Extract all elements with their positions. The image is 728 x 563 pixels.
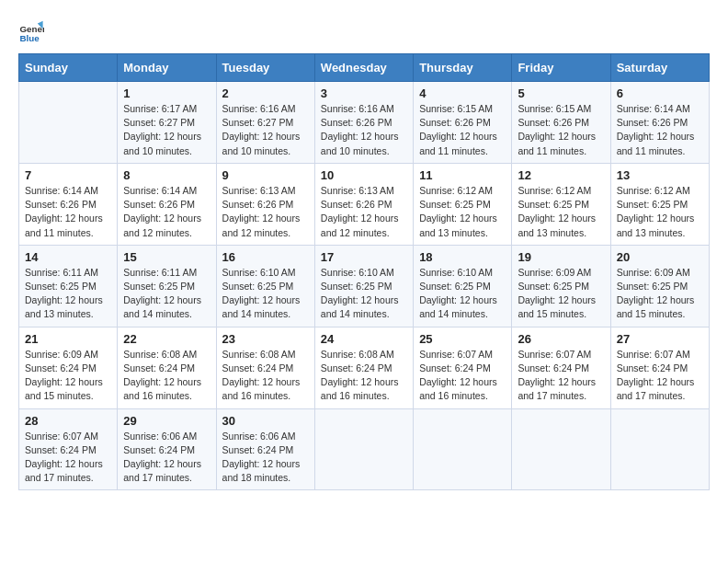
day-info: Sunrise: 6:09 AMSunset: 6:25 PMDaylight:… bbox=[617, 266, 703, 322]
cell-w1-d1 bbox=[19, 82, 118, 164]
week-row-3: 14Sunrise: 6:11 AMSunset: 6:25 PMDayligh… bbox=[19, 245, 710, 327]
cell-w5-d6 bbox=[512, 408, 610, 490]
day-number: 24 bbox=[321, 332, 407, 346]
header-tuesday: Tuesday bbox=[216, 54, 314, 82]
day-info: Sunrise: 6:14 AMSunset: 6:26 PMDaylight:… bbox=[25, 184, 111, 240]
cell-w4-d4: 24Sunrise: 6:08 AMSunset: 6:24 PMDayligh… bbox=[314, 327, 413, 408]
cell-w5-d3: 30Sunrise: 6:06 AMSunset: 6:24 PMDayligh… bbox=[216, 408, 314, 490]
cell-w4-d2: 22Sunrise: 6:08 AMSunset: 6:24 PMDayligh… bbox=[118, 327, 216, 408]
day-info: Sunrise: 6:15 AMSunset: 6:26 PMDaylight:… bbox=[419, 102, 506, 158]
header-wednesday: Wednesday bbox=[314, 54, 413, 82]
week-row-2: 7Sunrise: 6:14 AMSunset: 6:26 PMDaylight… bbox=[19, 163, 710, 245]
day-info: Sunrise: 6:14 AMSunset: 6:26 PMDaylight:… bbox=[617, 102, 703, 158]
cell-w4-d3: 23Sunrise: 6:08 AMSunset: 6:24 PMDayligh… bbox=[216, 327, 314, 408]
day-info: Sunrise: 6:11 AMSunset: 6:25 PMDaylight:… bbox=[25, 266, 111, 322]
day-number: 28 bbox=[25, 414, 111, 428]
cell-w1-d3: 2Sunrise: 6:16 AMSunset: 6:27 PMDaylight… bbox=[216, 82, 314, 164]
cell-w5-d2: 29Sunrise: 6:06 AMSunset: 6:24 PMDayligh… bbox=[118, 408, 216, 490]
day-number: 1 bbox=[123, 86, 210, 100]
day-info: Sunrise: 6:07 AMSunset: 6:24 PMDaylight:… bbox=[518, 348, 604, 404]
cell-w3-d6: 19Sunrise: 6:09 AMSunset: 6:25 PMDayligh… bbox=[512, 245, 610, 327]
header-monday: Monday bbox=[118, 54, 216, 82]
cell-w3-d2: 15Sunrise: 6:11 AMSunset: 6:25 PMDayligh… bbox=[118, 245, 216, 327]
svg-text:Blue: Blue bbox=[19, 33, 40, 43]
day-info: Sunrise: 6:10 AMSunset: 6:25 PMDaylight:… bbox=[419, 266, 506, 322]
day-info: Sunrise: 6:10 AMSunset: 6:25 PMDaylight:… bbox=[222, 266, 309, 322]
day-number: 23 bbox=[222, 332, 309, 346]
day-info: Sunrise: 6:07 AMSunset: 6:24 PMDaylight:… bbox=[25, 430, 111, 486]
day-info: Sunrise: 6:09 AMSunset: 6:25 PMDaylight:… bbox=[518, 266, 604, 322]
day-info: Sunrise: 6:14 AMSunset: 6:26 PMDaylight:… bbox=[123, 184, 210, 240]
day-number: 15 bbox=[123, 250, 210, 264]
week-row-5: 28Sunrise: 6:07 AMSunset: 6:24 PMDayligh… bbox=[19, 408, 710, 490]
page-header: General Blue bbox=[18, 18, 710, 44]
day-number: 14 bbox=[25, 250, 111, 264]
cell-w1-d2: 1Sunrise: 6:17 AMSunset: 6:27 PMDaylight… bbox=[118, 82, 216, 164]
week-row-4: 21Sunrise: 6:09 AMSunset: 6:24 PMDayligh… bbox=[19, 327, 710, 408]
cell-w5-d5 bbox=[414, 408, 512, 490]
cell-w1-d4: 3Sunrise: 6:16 AMSunset: 6:26 PMDaylight… bbox=[314, 82, 413, 164]
day-number: 18 bbox=[419, 250, 506, 264]
cell-w4-d1: 21Sunrise: 6:09 AMSunset: 6:24 PMDayligh… bbox=[19, 327, 118, 408]
cell-w4-d5: 25Sunrise: 6:07 AMSunset: 6:24 PMDayligh… bbox=[414, 327, 512, 408]
day-info: Sunrise: 6:16 AMSunset: 6:27 PMDaylight:… bbox=[222, 102, 309, 158]
cell-w2-d1: 7Sunrise: 6:14 AMSunset: 6:26 PMDaylight… bbox=[19, 163, 118, 245]
day-info: Sunrise: 6:16 AMSunset: 6:26 PMDaylight:… bbox=[321, 102, 407, 158]
week-row-1: 1Sunrise: 6:17 AMSunset: 6:27 PMDaylight… bbox=[19, 82, 710, 164]
day-info: Sunrise: 6:07 AMSunset: 6:24 PMDaylight:… bbox=[617, 348, 703, 404]
cell-w1-d7: 6Sunrise: 6:14 AMSunset: 6:26 PMDaylight… bbox=[610, 82, 709, 164]
day-number: 29 bbox=[123, 414, 210, 428]
cell-w3-d5: 18Sunrise: 6:10 AMSunset: 6:25 PMDayligh… bbox=[414, 245, 512, 327]
cell-w2-d6: 12Sunrise: 6:12 AMSunset: 6:25 PMDayligh… bbox=[512, 163, 610, 245]
day-number: 9 bbox=[222, 168, 309, 182]
day-number: 8 bbox=[123, 168, 210, 182]
day-info: Sunrise: 6:15 AMSunset: 6:26 PMDaylight:… bbox=[518, 102, 604, 158]
cell-w4-d6: 26Sunrise: 6:07 AMSunset: 6:24 PMDayligh… bbox=[512, 327, 610, 408]
day-info: Sunrise: 6:06 AMSunset: 6:24 PMDaylight:… bbox=[222, 430, 309, 486]
day-number: 17 bbox=[321, 250, 407, 264]
logo: General Blue bbox=[18, 18, 48, 44]
logo-icon: General Blue bbox=[18, 18, 44, 44]
header-thursday: Thursday bbox=[414, 54, 512, 82]
header-sunday: Sunday bbox=[19, 54, 118, 82]
cell-w3-d4: 17Sunrise: 6:10 AMSunset: 6:25 PMDayligh… bbox=[314, 245, 413, 327]
day-number: 11 bbox=[419, 168, 506, 182]
day-info: Sunrise: 6:07 AMSunset: 6:24 PMDaylight:… bbox=[419, 348, 506, 404]
calendar-table: SundayMondayTuesdayWednesdayThursdayFrid… bbox=[18, 53, 710, 490]
cell-w5-d7 bbox=[610, 408, 709, 490]
day-info: Sunrise: 6:11 AMSunset: 6:25 PMDaylight:… bbox=[123, 266, 210, 322]
cell-w2-d4: 10Sunrise: 6:13 AMSunset: 6:26 PMDayligh… bbox=[314, 163, 413, 245]
day-number: 2 bbox=[222, 86, 309, 100]
calendar-header-row: SundayMondayTuesdayWednesdayThursdayFrid… bbox=[19, 54, 710, 82]
day-info: Sunrise: 6:17 AMSunset: 6:27 PMDaylight:… bbox=[123, 102, 210, 158]
cell-w2-d3: 9Sunrise: 6:13 AMSunset: 6:26 PMDaylight… bbox=[216, 163, 314, 245]
day-number: 12 bbox=[518, 168, 604, 182]
day-number: 26 bbox=[518, 332, 604, 346]
cell-w2-d5: 11Sunrise: 6:12 AMSunset: 6:25 PMDayligh… bbox=[414, 163, 512, 245]
day-number: 13 bbox=[617, 168, 703, 182]
day-number: 20 bbox=[617, 250, 703, 264]
day-number: 21 bbox=[25, 332, 111, 346]
cell-w1-d6: 5Sunrise: 6:15 AMSunset: 6:26 PMDaylight… bbox=[512, 82, 610, 164]
day-info: Sunrise: 6:08 AMSunset: 6:24 PMDaylight:… bbox=[321, 348, 407, 404]
day-info: Sunrise: 6:08 AMSunset: 6:24 PMDaylight:… bbox=[222, 348, 309, 404]
cell-w3-d3: 16Sunrise: 6:10 AMSunset: 6:25 PMDayligh… bbox=[216, 245, 314, 327]
day-number: 30 bbox=[222, 414, 309, 428]
day-number: 5 bbox=[518, 86, 604, 100]
cell-w2-d7: 13Sunrise: 6:12 AMSunset: 6:25 PMDayligh… bbox=[610, 163, 709, 245]
day-number: 7 bbox=[25, 168, 111, 182]
day-info: Sunrise: 6:12 AMSunset: 6:25 PMDaylight:… bbox=[419, 184, 506, 240]
cell-w5-d4 bbox=[314, 408, 413, 490]
cell-w2-d2: 8Sunrise: 6:14 AMSunset: 6:26 PMDaylight… bbox=[118, 163, 216, 245]
day-info: Sunrise: 6:13 AMSunset: 6:26 PMDaylight:… bbox=[321, 184, 407, 240]
cell-w1-d5: 4Sunrise: 6:15 AMSunset: 6:26 PMDaylight… bbox=[414, 82, 512, 164]
day-number: 3 bbox=[321, 86, 407, 100]
day-info: Sunrise: 6:13 AMSunset: 6:26 PMDaylight:… bbox=[222, 184, 309, 240]
cell-w4-d7: 27Sunrise: 6:07 AMSunset: 6:24 PMDayligh… bbox=[610, 327, 709, 408]
day-number: 6 bbox=[617, 86, 703, 100]
day-number: 10 bbox=[321, 168, 407, 182]
day-info: Sunrise: 6:06 AMSunset: 6:24 PMDaylight:… bbox=[123, 430, 210, 486]
header-saturday: Saturday bbox=[610, 54, 709, 82]
day-info: Sunrise: 6:12 AMSunset: 6:25 PMDaylight:… bbox=[518, 184, 604, 240]
day-number: 19 bbox=[518, 250, 604, 264]
